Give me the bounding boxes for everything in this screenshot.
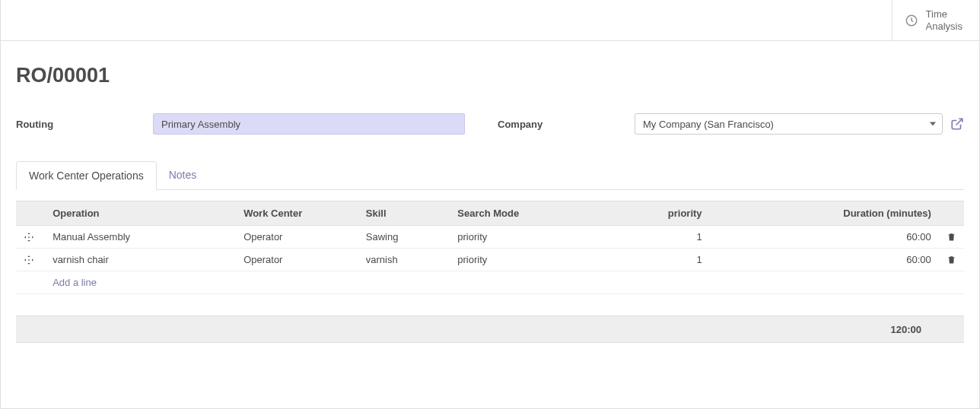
add-line-link[interactable]: Add a line: [52, 277, 97, 288]
cell-search-mode[interactable]: priority: [450, 226, 587, 249]
external-link-icon[interactable]: [950, 117, 964, 131]
clock-icon: [905, 14, 918, 27]
tab-work-center-operations[interactable]: Work Center Operations: [16, 161, 157, 190]
col-priority: priority: [587, 201, 710, 226]
cell-operation[interactable]: Manual Assembly: [45, 226, 236, 249]
cell-work-center[interactable]: Operator: [236, 249, 358, 271]
drag-handle-icon[interactable]: [16, 249, 45, 271]
col-search-mode: Search Mode: [450, 201, 587, 226]
svg-point-1: [28, 236, 30, 238]
cell-search-mode[interactable]: priority: [450, 249, 587, 271]
operations-table: Operation Work Center Skill Search Mode …: [16, 201, 964, 294]
tab-notes[interactable]: Notes: [157, 161, 209, 190]
cell-duration[interactable]: 60:00: [710, 249, 939, 271]
company-select[interactable]: My Company (San Francisco): [635, 113, 943, 135]
col-work-center: Work Center: [236, 201, 358, 226]
table-row[interactable]: varnish chairOperatorvarnishpriority160:…: [16, 249, 964, 271]
col-delete: [939, 201, 964, 226]
cell-skill[interactable]: Sawing: [358, 226, 450, 249]
cell-priority[interactable]: 1: [587, 226, 710, 249]
drag-handle-icon[interactable]: [16, 226, 45, 249]
routing-input[interactable]: [153, 113, 465, 135]
cell-skill[interactable]: varnish: [358, 249, 450, 271]
tabs: Work Center Operations Notes: [16, 160, 964, 190]
trash-icon[interactable]: [939, 249, 964, 271]
cell-operation[interactable]: varnish chair: [45, 249, 236, 271]
table-row[interactable]: Manual AssemblyOperatorSawingpriority160…: [16, 226, 964, 249]
cell-priority[interactable]: 1: [587, 249, 710, 271]
cell-work-center[interactable]: Operator: [236, 226, 358, 249]
record-title: RO/00001: [16, 64, 964, 87]
chevron-down-icon: [930, 122, 936, 126]
col-drag: [16, 201, 45, 226]
time-analysis-label: Time Analysis: [926, 8, 963, 32]
routing-label: Routing: [16, 119, 138, 130]
time-analysis-button[interactable]: Time Analysis: [892, 0, 979, 41]
total-duration-row: 120:00: [16, 315, 964, 343]
total-duration-value: 120:00: [891, 324, 921, 335]
svg-point-2: [28, 259, 30, 261]
col-operation: Operation: [45, 201, 236, 226]
col-skill: Skill: [358, 201, 450, 226]
company-selected-value: My Company (San Francisco): [643, 119, 774, 130]
cell-duration[interactable]: 60:00: [710, 226, 939, 249]
company-label: Company: [498, 119, 619, 130]
col-duration: Duration (minutes): [710, 201, 939, 226]
header-bar: Time Analysis: [1, 0, 979, 41]
trash-icon[interactable]: [939, 226, 964, 249]
